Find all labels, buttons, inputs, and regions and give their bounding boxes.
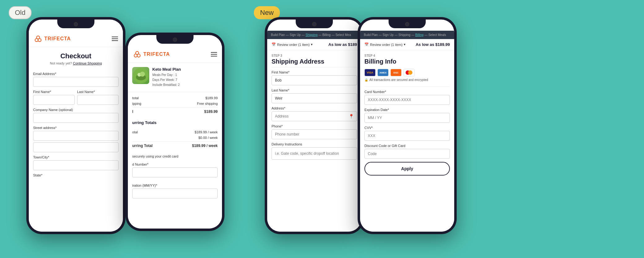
chevron-down-icon-3: ▾ [311, 42, 313, 47]
phone-4-screen: Build Plan — Sign Up — Shipping — Billin… [360, 20, 454, 232]
state-label: State* [33, 173, 119, 177]
shipping-first-label: First Name* [272, 70, 357, 74]
card-input-block: d Number* [128, 162, 222, 180]
apply-button[interactable]: Apply [364, 162, 450, 176]
breadcrumb-active-3: Shipping [306, 33, 318, 37]
phone-4-camera [405, 22, 409, 26]
email-label: Email Address* [33, 72, 119, 76]
security-note: 🔒 All transactions are secured and encry… [364, 78, 450, 82]
delivery-label: Delivery Instructions [272, 142, 357, 146]
phone-input-3[interactable] [272, 129, 357, 139]
phone-2-camera [173, 38, 177, 42]
phone-3-screen: Build Plan — Sign Up — Shipping — Billin… [267, 20, 361, 232]
company-input[interactable] [33, 113, 119, 123]
meal-name: Keto Meal Plan [152, 67, 181, 72]
shipping-form: First Name* Last Name* Address* 📍 Phone*… [267, 70, 361, 160]
shipping-last-input[interactable] [272, 93, 357, 103]
phone-1-screen: TRIFECTA Checkout Not ready yet? Continu… [29, 20, 123, 232]
expiry-block: iration (MM/YY)* [128, 184, 222, 202]
subtotal-row: total $189.99 [132, 95, 218, 101]
expiry-input[interactable] [132, 189, 218, 198]
trifecta-logo-2: TRIFECTA [133, 50, 170, 59]
card-number-input-4[interactable] [364, 95, 450, 105]
phone-2-content: TRIFECTA Keto Meal Plan [128, 46, 222, 229]
lock-icon: 🔒 [364, 78, 368, 82]
last-name-label: Last Name* [77, 90, 119, 94]
svg-point-2 [38, 38, 41, 42]
rec-shipping-row: $0.00 / week [132, 135, 218, 140]
email-input[interactable] [33, 77, 119, 87]
breadcrumb-3: Build Plan — Sign Up — Shipping — Billin… [267, 31, 361, 39]
trifecta-text-1: TRIFECTA [44, 36, 71, 42]
svg-point-1 [35, 38, 38, 42]
review-order-4[interactable]: 📅 Review order (1 item) ▾ [364, 42, 406, 47]
food-icon [133, 68, 149, 83]
discover-icon: DISC [390, 69, 402, 76]
recurring-table: otal $189.99 / week $0.00 / week urring … [128, 126, 222, 152]
checkout-form: Email Address* First Name* Last Name* Co… [29, 72, 123, 177]
billing-form: Card Number* Expiration Date* CVV* Disco… [360, 90, 454, 159]
svg-point-5 [137, 54, 140, 57]
meal-details: Meals Per Day : 1 Days Per Week: 7 Inclu… [152, 73, 181, 87]
hamburger-menu-2[interactable] [211, 52, 217, 56]
pay-text: securely using your credit card [128, 152, 222, 159]
phone-1-camera [74, 22, 78, 26]
breadcrumb-active-4: Billing [415, 33, 424, 37]
phone-2-screen: TRIFECTA Keto Meal Plan [128, 35, 222, 229]
step-title-3: Shipping Address [272, 58, 357, 65]
city-input[interactable] [33, 160, 119, 170]
phone-4-frame: Build Plan — Sign Up — Shipping — Billin… [358, 17, 457, 234]
order-item: Keto Meal Plan Meals Per Day : 1 Days Pe… [128, 63, 222, 92]
last-name-input[interactable] [77, 95, 119, 105]
step-heading-4: STEP 4 Billing Info [360, 50, 454, 67]
review-bar-3: 📅 Review order (1 item) ▾ As low as $189 [267, 39, 361, 50]
card-number-input[interactable] [132, 167, 218, 177]
step-num-4: STEP 4 [364, 54, 450, 57]
first-name-input[interactable] [33, 95, 75, 105]
checkout-subtitle: Not ready yet? Continue Shopping [29, 61, 123, 69]
step-heading-3: STEP 3 Shipping Address [267, 50, 361, 67]
street-input-1[interactable] [33, 131, 119, 141]
old-label: Old [9, 6, 32, 19]
calendar-icon-3: 📅 [272, 42, 276, 47]
street-label: Street address* [33, 126, 119, 130]
delivery-input[interactable] [272, 147, 357, 160]
location-icon: 📍 [349, 114, 354, 119]
rec-subtotal-row: otal $189.99 / week [132, 129, 218, 135]
continue-shopping-link[interactable]: Continue Shopping [73, 61, 102, 65]
shipping-first-input[interactable] [272, 75, 357, 85]
chevron-down-icon-4: ▾ [404, 42, 406, 47]
shipping-row: ipping Free shipping [132, 101, 218, 106]
cvv-input-4[interactable] [364, 131, 450, 141]
phone-2-frame: TRIFECTA Keto Meal Plan [125, 33, 224, 231]
discount-label-4: Discount Code or Gift Card [364, 144, 450, 148]
card-icons-row: VISA AMEX DISC 🔒 All transactions are se… [360, 67, 454, 87]
phone-3-content: Build Plan — Sign Up — Shipping — Billin… [267, 31, 361, 232]
trifecta-icon-2 [133, 50, 141, 59]
trifecta-logo-1: TRIFECTA [34, 34, 71, 43]
hamburger-menu-1[interactable] [112, 37, 118, 41]
checkout-title: Checkout [29, 47, 123, 61]
review-order-3[interactable]: 📅 Review order (1 item) ▾ [272, 42, 313, 47]
checkout-heading: Checkout [29, 52, 123, 60]
svg-point-4 [134, 54, 137, 57]
recurring-title: urring Totals [128, 118, 222, 126]
phone-1-header: TRIFECTA [29, 31, 123, 47]
price-table: total $189.99 ipping Free shipping l $18… [128, 92, 222, 118]
first-name-label: First Name* [33, 90, 75, 94]
breadcrumb-4: Build Plan — Sign Up — Shipping — Billin… [360, 31, 454, 39]
company-label: Company Name (optional) [33, 108, 119, 112]
street-input-2[interactable] [33, 142, 119, 152]
shipping-phone-label: Phone* [272, 124, 357, 128]
discount-input-4[interactable] [364, 149, 450, 159]
address-row: 📍 [272, 111, 357, 121]
card-number-label: d Number* [132, 162, 218, 166]
shipping-address-input[interactable] [272, 111, 357, 121]
mastercard-icon [403, 69, 415, 76]
shipping-last-label: Last Name* [272, 88, 357, 92]
calendar-icon-4: 📅 [364, 42, 369, 47]
svg-point-9 [140, 72, 145, 77]
city-label: Town/City* [33, 155, 119, 159]
expiry-input-4[interactable] [364, 113, 450, 123]
meal-image [132, 67, 149, 84]
